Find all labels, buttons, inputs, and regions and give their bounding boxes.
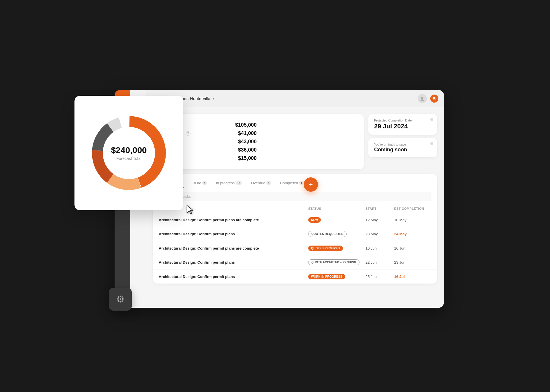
mouse-cursor — [186, 205, 195, 215]
tab-todo[interactable]: To do 4 — [191, 179, 208, 188]
completion-date-card: Projected Completion Date 29 Jul 2024 — [368, 114, 437, 135]
tab-badge-completed: 1 — [299, 181, 304, 185]
task-name-4: Architectural Design: Confirm permit pla… — [159, 260, 308, 264]
tab-completed[interactable]: Completed 1 — [279, 179, 305, 188]
task-start-2: 23 May — [366, 232, 394, 236]
info-cards: Projected Completion Date 29 Jul 2024 Yo… — [368, 114, 437, 169]
paid-amount: $105,000 — [235, 122, 257, 128]
task-start-4: 22 Jun — [366, 260, 394, 264]
notification-bell[interactable] — [430, 95, 438, 103]
tab-badge-overdue: 4 — [266, 181, 271, 185]
due-amount: $43,000 — [238, 139, 257, 145]
balance-amount: $15,000 — [238, 155, 257, 161]
col-status: STATUS — [308, 207, 366, 210]
task-row: Architectural Design: Confirm permit pla… — [153, 241, 437, 255]
tasks-tabs: All tasks 27 To do 4 In progress 18 — [153, 174, 437, 188]
task-end-3: 16 Jun — [394, 246, 431, 250]
add-task-button[interactable]: + — [304, 177, 318, 192]
task-row: Architectural Design: Confirm permit pla… — [153, 213, 437, 227]
settings-card[interactable]: ⚙ — [109, 288, 132, 311]
task-end-1: 18 May — [394, 218, 431, 222]
task-end-5-overdue: 16 Jul — [394, 275, 431, 279]
committed-amount: $41,000 — [238, 130, 257, 136]
tasks-panel: All tasks 27 To do 4 In progress 18 — [153, 174, 437, 284]
col-start: START — [366, 207, 394, 210]
task-row: Architectural Design: Confirm permit pla… — [153, 227, 437, 241]
chevron-down-icon[interactable]: ▾ — [213, 97, 214, 101]
tab-overdue[interactable]: Overdue 4 — [250, 179, 272, 188]
gear-icon: ⚙ — [116, 294, 125, 305]
status-badge-quotes-received: QUOTES RECEIVED — [308, 246, 343, 251]
svg-point-1 — [421, 99, 424, 101]
plus-icon: + — [309, 181, 313, 189]
donut-amount: $240,000 — [111, 145, 147, 155]
completion-date: 29 Jul 2024 — [374, 123, 431, 130]
completion-sublabel: Projected Completion Date — [374, 119, 431, 122]
budget-card: Paid ? $105,000 Committed ? — [153, 114, 364, 169]
tasks-table-header: TASK NAME STATUS START EST COMPLETION — [153, 205, 437, 213]
status-badge-work-in-progress: WORK IN PROGRESS — [308, 274, 345, 279]
tab-inprogress[interactable]: In progress 18 — [215, 179, 243, 188]
task-row: Architectural Design: Confirm permit pla… — [153, 255, 437, 270]
savings-card-dot — [430, 142, 433, 145]
donut-label: Forecast Total — [111, 156, 147, 161]
donut-chart-card: $240,000 Forecast Total — [74, 96, 183, 210]
task-row: Architectural Design: Confirm permit pla… — [153, 270, 437, 284]
svg-point-0 — [421, 97, 423, 99]
status-badge-new: NEW — [308, 217, 321, 223]
task-start-5: 25 Jun — [366, 275, 394, 279]
task-name-5: Architectural Design: Confirm permit pla… — [159, 275, 308, 279]
user-avatar[interactable] — [418, 94, 427, 103]
task-start-3: 10 Jun — [366, 246, 394, 250]
allocated-amount: $36,000 — [238, 147, 257, 153]
savings-value: Coming soon — [374, 147, 431, 153]
task-name-1: Architectural Design: Confirm permit pla… — [159, 218, 308, 222]
status-badge-quotes-requested: QUOTES REQUESTED — [308, 231, 347, 237]
search-bar[interactable]: 🔍 Search tasks — [159, 192, 431, 201]
task-name-2: Architectural Design: Confirm permit pla… — [159, 232, 308, 236]
col-est-completion: EST COMPLETION — [394, 207, 431, 210]
tab-badge-todo: 4 — [202, 181, 207, 185]
committed-help-icon[interactable]: ? — [186, 131, 190, 136]
status-badge-quote-accepted: QUOTE ACCEPTED – PENDING — [308, 259, 360, 265]
task-end-2-overdue: 24 May — [394, 232, 431, 236]
savings-card: You're on track to save Coming soon — [368, 138, 437, 157]
card-dot — [430, 118, 433, 121]
task-name-3: Architectural Design: Confirm permit pla… — [159, 246, 308, 250]
task-end-4: 23 Jun — [394, 260, 431, 264]
savings-sublabel: You're on track to save — [374, 143, 431, 146]
tab-badge-inprogress: 18 — [236, 181, 242, 185]
task-start-1: 12 May — [366, 218, 394, 222]
